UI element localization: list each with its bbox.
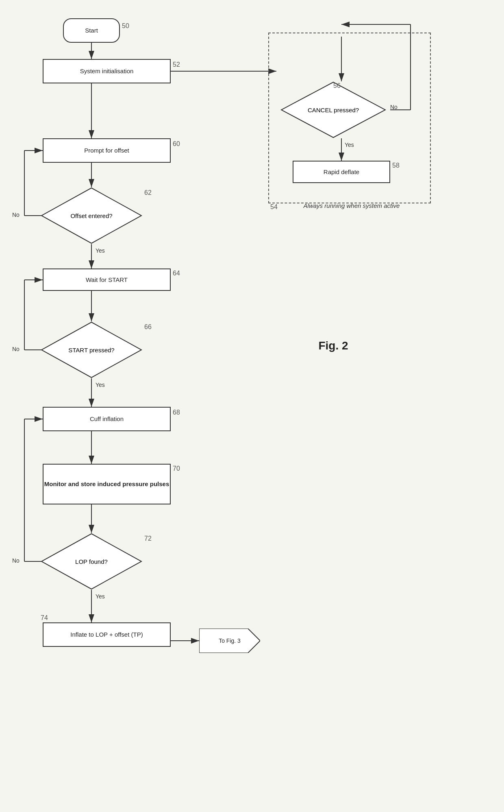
- monitor-store-number: 70: [173, 465, 180, 472]
- always-running-label: Always running when system active: [276, 193, 427, 218]
- start-number: 50: [122, 22, 129, 30]
- cuff-inflation-node: Cuff inflation: [43, 407, 171, 431]
- offset-number: 62: [144, 189, 152, 196]
- offset-no-label: No: [12, 212, 20, 218]
- offset-yes-label: Yes: [96, 247, 105, 254]
- lop-diamond: LOP found?: [41, 533, 142, 590]
- start-node: Start: [63, 18, 120, 43]
- inflate-lop-number: 74: [41, 614, 48, 622]
- inflate-lop-node: Inflate to LOP + offset (TP): [43, 622, 171, 647]
- fig2-label: Fig. 2: [293, 334, 374, 358]
- prompt-offset-node: Prompt for offset: [43, 138, 171, 163]
- sys-init-node: System initialisation: [43, 59, 171, 83]
- prompt-offset-number: 60: [173, 140, 180, 148]
- cuff-inflation-number: 68: [173, 409, 180, 416]
- start-no-label: No: [12, 346, 20, 352]
- start-yes-label: Yes: [96, 382, 105, 388]
- cancel-number: 56: [333, 82, 341, 89]
- wait-start-node: Wait for START: [43, 268, 171, 291]
- sys-init-number: 52: [173, 61, 180, 68]
- lop-no-label: No: [12, 557, 20, 564]
- start-pressed-number: 66: [144, 323, 152, 331]
- start-pressed-diamond: START pressed?: [41, 321, 142, 378]
- offset-diamond: Offset entered?: [41, 187, 142, 244]
- wait-start-number: 64: [173, 270, 180, 277]
- rapid-deflate-number: 58: [392, 162, 400, 169]
- lop-yes-label: Yes: [96, 593, 105, 600]
- cancel-no-label: No: [390, 104, 398, 110]
- lop-number: 72: [144, 535, 152, 542]
- rapid-deflate-node: Rapid deflate: [293, 161, 390, 183]
- cancel-diamond: CANCEL pressed?: [280, 81, 386, 138]
- diagram-container: Start 50 System initialisation 52 Prompt…: [0, 0, 504, 812]
- monitor-store-node: Monitor and store induced pressure pulse…: [43, 464, 171, 504]
- to-fig3-pentagon: To Fig. 3: [199, 629, 260, 653]
- cancel-yes-label: Yes: [345, 142, 354, 148]
